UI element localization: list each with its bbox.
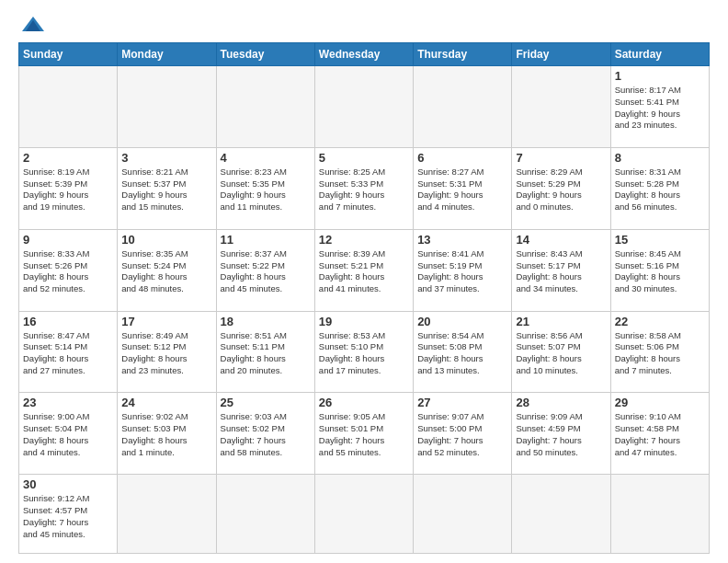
calendar-cell: 18Sunrise: 8:51 AM Sunset: 5:11 PM Dayli… [216, 311, 314, 393]
day-info: Sunrise: 9:10 AM Sunset: 4:58 PM Dayligh… [615, 411, 705, 458]
calendar-cell: 28Sunrise: 9:09 AM Sunset: 4:59 PM Dayli… [512, 393, 610, 475]
day-info: Sunrise: 8:29 AM Sunset: 5:29 PM Dayligh… [516, 167, 606, 213]
day-number: 21 [516, 315, 606, 328]
calendar-cell: 20Sunrise: 8:54 AM Sunset: 5:08 PM Dayli… [414, 311, 512, 393]
day-info: Sunrise: 8:54 AM Sunset: 5:08 PM Dayligh… [417, 330, 507, 377]
page: SundayMondayTuesdayWednesdayThursdayFrid… [0, 0, 728, 563]
calendar-cell: 17Sunrise: 8:49 AM Sunset: 5:12 PM Dayli… [118, 311, 216, 393]
calendar-cell: 13Sunrise: 8:41 AM Sunset: 5:19 PM Dayli… [414, 229, 512, 311]
day-number: 8 [615, 151, 705, 165]
day-number: 26 [319, 396, 409, 409]
calendar-cell: 3Sunrise: 8:21 AM Sunset: 5:37 PM Daylig… [118, 147, 216, 229]
calendar-week-2: 9Sunrise: 8:33 AM Sunset: 5:26 PM Daylig… [19, 229, 710, 311]
calendar-cell [216, 66, 314, 148]
calendar-week-4: 23Sunrise: 9:00 AM Sunset: 5:04 PM Dayli… [19, 393, 710, 475]
calendar-cell [414, 475, 512, 554]
day-number: 24 [121, 396, 211, 409]
calendar-cell [512, 475, 610, 554]
day-number: 29 [615, 396, 705, 409]
calendar-cell [512, 66, 610, 148]
calendar-week-1: 2Sunrise: 8:19 AM Sunset: 5:39 PM Daylig… [19, 147, 710, 229]
calendar-cell: 14Sunrise: 8:43 AM Sunset: 5:17 PM Dayli… [512, 229, 610, 311]
day-number: 28 [516, 396, 606, 409]
day-info: Sunrise: 8:41 AM Sunset: 5:19 PM Dayligh… [417, 248, 507, 295]
day-info: Sunrise: 8:33 AM Sunset: 5:26 PM Dayligh… [23, 248, 113, 295]
calendar-cell: 25Sunrise: 9:03 AM Sunset: 5:02 PM Dayli… [216, 393, 314, 475]
day-number: 2 [23, 151, 113, 165]
calendar-cell: 2Sunrise: 8:19 AM Sunset: 5:39 PM Daylig… [19, 147, 118, 229]
day-info: Sunrise: 9:03 AM Sunset: 5:02 PM Dayligh… [221, 411, 311, 458]
day-info: Sunrise: 8:19 AM Sunset: 5:39 PM Dayligh… [23, 167, 113, 213]
day-info: Sunrise: 8:27 AM Sunset: 5:31 PM Dayligh… [417, 167, 507, 213]
calendar-cell: 21Sunrise: 8:56 AM Sunset: 5:07 PM Dayli… [512, 311, 610, 393]
calendar-cell: 5Sunrise: 8:25 AM Sunset: 5:33 PM Daylig… [314, 147, 413, 229]
calendar-week-0: 1Sunrise: 8:17 AM Sunset: 5:41 PM Daylig… [19, 66, 710, 148]
calendar-cell: 27Sunrise: 9:07 AM Sunset: 5:00 PM Dayli… [414, 393, 512, 475]
header [18, 15, 710, 35]
calendar-cell: 22Sunrise: 8:58 AM Sunset: 5:06 PM Dayli… [610, 311, 709, 393]
day-number: 19 [319, 315, 409, 328]
calendar-cell [118, 66, 216, 148]
calendar-cell: 11Sunrise: 8:37 AM Sunset: 5:22 PM Dayli… [216, 229, 314, 311]
day-number: 13 [417, 233, 507, 247]
logo-icon [20, 15, 46, 35]
day-info: Sunrise: 8:58 AM Sunset: 5:06 PM Dayligh… [615, 330, 705, 377]
calendar-cell: 7Sunrise: 8:29 AM Sunset: 5:29 PM Daylig… [512, 147, 610, 229]
calendar-cell: 15Sunrise: 8:45 AM Sunset: 5:16 PM Dayli… [610, 229, 709, 311]
calendar-body: 1Sunrise: 8:17 AM Sunset: 5:41 PM Daylig… [19, 66, 710, 554]
day-number: 30 [23, 477, 113, 491]
weekday-header-saturday: Saturday [610, 43, 709, 66]
weekday-header-sunday: Sunday [19, 43, 118, 66]
weekday-header-thursday: Thursday [414, 43, 512, 66]
calendar-table: SundayMondayTuesdayWednesdayThursdayFrid… [18, 42, 710, 554]
day-number: 22 [615, 315, 705, 328]
day-number: 14 [516, 233, 606, 247]
calendar-cell: 23Sunrise: 9:00 AM Sunset: 5:04 PM Dayli… [19, 393, 118, 475]
day-number: 1 [615, 69, 705, 83]
calendar-cell [314, 475, 413, 554]
day-number: 5 [319, 151, 409, 165]
calendar-week-3: 16Sunrise: 8:47 AM Sunset: 5:14 PM Dayli… [19, 311, 710, 393]
calendar-cell: 9Sunrise: 8:33 AM Sunset: 5:26 PM Daylig… [19, 229, 118, 311]
day-number: 3 [121, 151, 211, 165]
day-number: 9 [23, 233, 113, 247]
weekday-header-tuesday: Tuesday [216, 43, 314, 66]
day-number: 23 [23, 396, 113, 409]
calendar-cell: 6Sunrise: 8:27 AM Sunset: 5:31 PM Daylig… [414, 147, 512, 229]
day-number: 20 [417, 315, 507, 328]
day-info: Sunrise: 9:02 AM Sunset: 5:03 PM Dayligh… [121, 411, 211, 458]
day-info: Sunrise: 8:43 AM Sunset: 5:17 PM Dayligh… [516, 248, 606, 295]
calendar-cell: 4Sunrise: 8:23 AM Sunset: 5:35 PM Daylig… [216, 147, 314, 229]
day-info: Sunrise: 9:12 AM Sunset: 4:57 PM Dayligh… [23, 493, 113, 540]
day-info: Sunrise: 8:35 AM Sunset: 5:24 PM Dayligh… [121, 248, 211, 295]
day-number: 4 [221, 151, 311, 165]
day-info: Sunrise: 8:49 AM Sunset: 5:12 PM Dayligh… [121, 330, 211, 377]
calendar-cell: 24Sunrise: 9:02 AM Sunset: 5:03 PM Dayli… [118, 393, 216, 475]
day-number: 18 [221, 315, 311, 328]
calendar-cell: 16Sunrise: 8:47 AM Sunset: 5:14 PM Dayli… [19, 311, 118, 393]
day-info: Sunrise: 8:51 AM Sunset: 5:11 PM Dayligh… [221, 330, 311, 377]
day-info: Sunrise: 9:00 AM Sunset: 5:04 PM Dayligh… [23, 411, 113, 458]
calendar-cell [19, 66, 118, 148]
weekday-header-wednesday: Wednesday [314, 43, 413, 66]
calendar-cell: 26Sunrise: 9:05 AM Sunset: 5:01 PM Dayli… [314, 393, 413, 475]
day-info: Sunrise: 8:21 AM Sunset: 5:37 PM Dayligh… [121, 167, 211, 213]
day-number: 6 [417, 151, 507, 165]
day-info: Sunrise: 8:37 AM Sunset: 5:22 PM Dayligh… [221, 248, 311, 295]
day-number: 15 [615, 233, 705, 247]
calendar-cell: 30Sunrise: 9:12 AM Sunset: 4:57 PM Dayli… [19, 475, 118, 554]
day-info: Sunrise: 8:17 AM Sunset: 5:41 PM Dayligh… [615, 85, 705, 132]
day-info: Sunrise: 9:07 AM Sunset: 5:00 PM Dayligh… [417, 411, 507, 458]
day-number: 17 [121, 315, 211, 328]
day-number: 25 [221, 396, 311, 409]
day-info: Sunrise: 9:05 AM Sunset: 5:01 PM Dayligh… [319, 411, 409, 458]
calendar-cell [414, 66, 512, 148]
day-number: 11 [221, 233, 311, 247]
day-info: Sunrise: 8:23 AM Sunset: 5:35 PM Dayligh… [221, 167, 311, 213]
calendar-cell [216, 475, 314, 554]
day-info: Sunrise: 8:45 AM Sunset: 5:16 PM Dayligh… [615, 248, 705, 295]
day-number: 16 [23, 315, 113, 328]
calendar-cell: 19Sunrise: 8:53 AM Sunset: 5:10 PM Dayli… [314, 311, 413, 393]
calendar-cell: 1Sunrise: 8:17 AM Sunset: 5:41 PM Daylig… [610, 66, 709, 148]
calendar-header: SundayMondayTuesdayWednesdayThursdayFrid… [19, 43, 710, 66]
